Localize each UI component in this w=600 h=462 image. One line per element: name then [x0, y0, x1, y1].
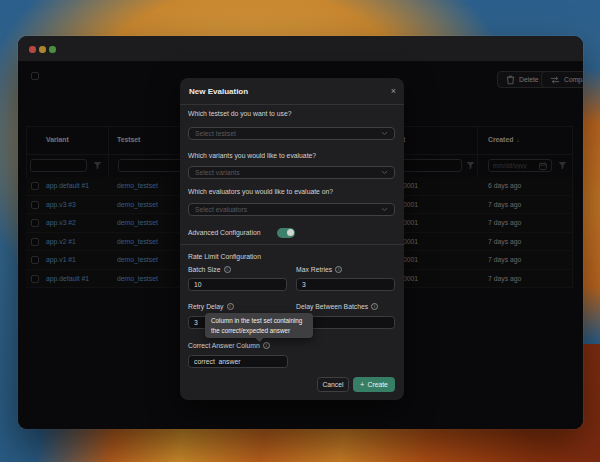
minimize-window-button[interactable] [39, 46, 46, 53]
chevron-down-icon [381, 207, 388, 212]
batch-size-label: Batch Sizei [188, 266, 231, 273]
rate-limit-heading: Rate Limit Configuration [188, 253, 261, 260]
plus-icon: + [360, 381, 364, 388]
correct-answer-tooltip: Column in the test set containing the co… [205, 313, 313, 338]
tooltip-arrow [256, 334, 263, 341]
window-titlebar[interactable] [18, 36, 583, 62]
close-icon[interactable]: × [391, 85, 396, 97]
info-icon[interactable]: i [371, 303, 378, 310]
advanced-configuration-label: Advanced Configuration [188, 229, 261, 236]
chevron-down-icon [381, 170, 388, 175]
correct-answer-column-input[interactable] [188, 355, 288, 368]
info-icon[interactable]: i [227, 303, 234, 310]
retry-delay-label: Retry Delayi [188, 303, 234, 310]
divider [180, 104, 404, 105]
evaluators-question-label: Which evaluators you would like to evalu… [188, 188, 333, 195]
chevron-down-icon [381, 131, 388, 136]
evaluators-select[interactable]: Select evaluators [188, 203, 395, 216]
window-content: Delete Compare Variant Testset t [18, 62, 583, 429]
app-window: Delete Compare Variant Testset t [18, 36, 583, 429]
testset-question-label: Which testset do you want to use? [188, 110, 292, 117]
cancel-button[interactable]: Cancel [317, 377, 349, 392]
variants-select[interactable]: Select variants [188, 166, 395, 179]
desktop: Delete Compare Variant Testset t [0, 0, 600, 462]
info-icon[interactable]: i [263, 342, 270, 349]
new-evaluation-modal: New Evaluation × Which testset do you wa… [180, 78, 404, 400]
info-icon[interactable]: i [335, 266, 342, 273]
delay-between-batches-label: Delay Between Batchesi [296, 303, 378, 310]
batch-size-input[interactable] [188, 278, 287, 291]
info-icon[interactable]: i [224, 266, 231, 273]
close-window-button[interactable] [29, 46, 36, 53]
testset-select[interactable]: Select testset [188, 127, 395, 140]
advanced-configuration-toggle[interactable] [277, 228, 295, 238]
modal-title: New Evaluation [189, 87, 248, 96]
correct-answer-column-label: Correct Answer Columni [188, 342, 270, 349]
max-retries-label: Max Retriesi [296, 266, 342, 273]
max-retries-input[interactable] [296, 278, 395, 291]
variants-question-label: Which variants you would like to evaluat… [188, 152, 316, 159]
create-button[interactable]: + Create [353, 377, 395, 392]
toggle-knob [287, 229, 294, 236]
divider [180, 244, 404, 245]
fullscreen-window-button[interactable] [49, 46, 56, 53]
